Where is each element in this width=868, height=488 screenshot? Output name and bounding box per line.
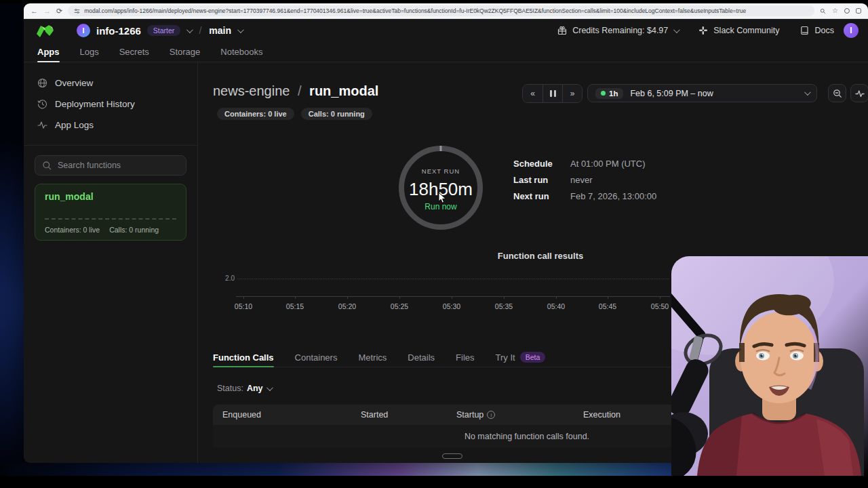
schedule-value: At 01:00 PM (UTC) [570,159,646,169]
containers-badge: Containers: 0 live [217,108,294,120]
profile-avatar[interactable]: I [844,23,859,38]
tab-function-calls[interactable]: Function Calls [213,348,274,367]
x-axis-tick: 05:10 [229,302,258,310]
x-tick-mark [452,296,452,299]
gift-icon [557,26,567,35]
live-dot-icon [601,91,606,96]
zoom-out-button[interactable] [828,84,846,102]
col-enqueued: Enqueued [222,405,261,425]
environment-selector[interactable]: main [209,25,231,36]
status-filter-value: Any [247,384,263,393]
breadcrumb-app-name[interactable]: news-engine [213,83,290,98]
chevron-down-icon[interactable] [237,26,244,33]
letterbox-bottom [0,476,868,488]
webcam-overlay [671,256,868,476]
tab-try-it[interactable]: Try It Beta [496,348,546,367]
back-icon[interactable]: ← [31,7,38,15]
x-axis-tick: 05:35 [489,302,519,310]
schedule-row: Next run Feb 7, 2026, 13:00:00 [513,191,656,201]
pause-icon[interactable] [542,85,562,102]
x-axis-tick: 05:50 [645,302,675,310]
extensions-icon[interactable] [856,8,861,14]
x-tick-mark [504,296,505,299]
sidebar-item-label: App Logs [55,120,94,130]
tab-label: Try It [496,352,515,363]
workspace-avatar[interactable]: I [77,24,90,37]
step-back-icon[interactable]: « [523,85,542,102]
tab-files[interactable]: Files [456,348,474,367]
tab-secrets[interactable]: Secrets [119,42,149,62]
address-bar[interactable]: modal.com/apps/info-1266/main/deployed/n… [68,5,814,16]
drag-handle[interactable] [442,453,462,459]
chevron-down-icon[interactable] [186,26,193,33]
sidebar-divider [24,145,197,146]
x-axis-tick: 05:25 [384,302,414,310]
page-title: news-engine / run_modal [213,83,378,99]
function-sparkline [45,218,176,220]
col-execution: Execution [583,405,620,425]
y-axis-tick: 2.0 [214,274,235,282]
sidebar-item-app-logs[interactable]: App Logs [24,115,197,136]
tab-details[interactable]: Details [408,348,435,367]
sidebar-item-label: Deployment History [55,99,135,109]
col-startup: Startup i [456,405,495,425]
function-name: run_modal [45,191,176,202]
tab-apps[interactable]: Apps [37,42,60,62]
tab-label: Function Calls [213,352,274,363]
screen: ← → ⟳ modal.com/apps/info-1266/main/depl… [0,0,868,488]
slack-community-link[interactable]: Slack Community [713,26,779,35]
breadcrumb-separator: / [298,83,302,98]
tab-label: Metrics [358,352,387,363]
col-started: Started [361,405,388,425]
search-input[interactable] [58,161,179,170]
range-duration: 1h [609,89,618,98]
time-range-select[interactable]: 1h Feb 6, 5:09 PM – now [587,84,817,102]
tab-label: Files [456,352,474,363]
metrics-toggle-button[interactable] [850,84,868,102]
docs-icon [800,26,810,35]
sidebar-item-deployment-history[interactable]: Deployment History [24,94,197,115]
tab-notebooks[interactable]: Notebooks [220,42,262,62]
profile-chip-icon[interactable] [844,8,850,14]
x-axis-tick: 05:20 [332,302,362,310]
col-label: Startup [456,410,484,420]
chevron-down-icon[interactable] [673,26,680,33]
ring-notch [440,146,442,151]
history-icon [37,99,47,109]
credits-remaining[interactable]: Credits Remaining: $4.97 [572,26,668,35]
info-icon[interactable]: i [487,411,495,419]
search-tabs-icon[interactable] [820,8,826,14]
webcam-video [671,256,868,476]
x-tick-mark [660,296,660,299]
docs-link[interactable]: Docs [815,26,834,35]
forward-icon[interactable]: → [43,7,51,15]
plan-badge: Starter [147,25,181,36]
breadcrumb-separator: / [199,25,201,36]
status-filter[interactable]: Status: Any [217,384,271,393]
function-containers-stat: Containers: 0 live [45,226,100,234]
tab-containers[interactable]: Containers [295,348,338,367]
function-search[interactable] [35,155,186,176]
bookmark-icon[interactable]: ☆ [832,7,838,14]
tab-metrics[interactable]: Metrics [358,348,387,367]
reload-icon[interactable]: ⟳ [56,7,62,15]
beta-badge: Beta [520,352,546,363]
schedule-value: Feb 7, 2026, 13:00:00 [570,191,656,201]
x-axis-tick: 05:45 [593,302,623,310]
chart-title: Function call results [459,251,622,261]
tab-storage[interactable]: Storage [170,42,201,62]
workspace-name[interactable]: info-1266 [96,25,141,37]
function-card-run-modal[interactable]: run_modal Containers: 0 live Calls: 0 ru… [35,184,186,241]
schedule-value: never [570,175,593,185]
modal-logo-icon[interactable] [36,24,54,37]
breadcrumb-function-name: run_modal [309,83,378,98]
sidebar-item-overview[interactable]: Overview [24,73,197,94]
x-tick-mark [399,296,400,299]
tab-label: Details [408,352,435,363]
schedule-row: Schedule At 01:00 PM (UTC) [513,159,656,169]
step-forward-icon[interactable]: » [562,85,582,102]
tab-logs[interactable]: Logs [80,42,99,62]
schedule-label: Next run [513,191,570,201]
x-axis-tick: 05:30 [437,302,467,310]
x-tick-mark [608,296,608,299]
